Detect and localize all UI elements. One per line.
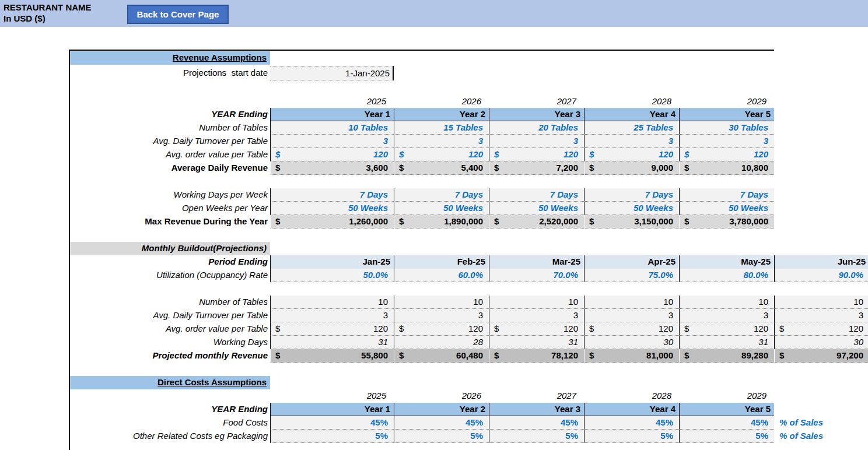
- number-of-tables-cell[interactable]: 15 Tables: [394, 121, 489, 135]
- order-value-cell[interactable]: $120: [270, 148, 394, 161]
- utilization-rate-cell[interactable]: 70.0%: [489, 269, 584, 282]
- period-header-cell[interactable]: Apr-25: [584, 255, 679, 269]
- other-costs-cell[interactable]: 5%: [584, 430, 679, 443]
- number-of-tables-cell[interactable]: 20 Tables: [489, 121, 584, 135]
- monthly-daily-turnover-cell[interactable]: 3: [774, 309, 868, 322]
- year-label-cell[interactable]: 2028: [584, 389, 679, 403]
- period-header-cell[interactable]: Jan-25: [270, 255, 394, 269]
- number-of-tables-cell[interactable]: 30 Tables: [679, 121, 774, 135]
- food-costs-cell[interactable]: 45%: [584, 416, 679, 430]
- max-revenue-cell[interactable]: $2,520,000: [489, 215, 584, 228]
- other-costs-cell[interactable]: 5%: [489, 430, 584, 443]
- open-weeks-per-year-cell[interactable]: 50 Weeks: [584, 202, 679, 215]
- year-header-cell[interactable]: Year 4: [584, 403, 679, 416]
- monthly-order-value-cell[interactable]: $120: [489, 322, 584, 336]
- other-costs-cell[interactable]: 5%: [270, 430, 394, 443]
- year-label-cell[interactable]: 2028: [584, 95, 679, 108]
- number-of-tables-cell[interactable]: 10 Tables: [270, 121, 394, 135]
- monthly-number-of-tables-cell[interactable]: 10: [489, 296, 584, 309]
- year-header-cell[interactable]: Year 3: [489, 108, 584, 121]
- projected-monthly-revenue-cell[interactable]: $89,280: [679, 349, 774, 363]
- average-daily-revenue-cell[interactable]: $5,400: [394, 161, 489, 175]
- monthly-number-of-tables-cell[interactable]: 10: [584, 296, 679, 309]
- average-daily-revenue-cell[interactable]: $10,800: [679, 161, 774, 175]
- monthly-number-of-tables-cell[interactable]: 10: [270, 296, 394, 309]
- projected-monthly-revenue-cell[interactable]: $81,000: [584, 349, 679, 363]
- year-header-cell[interactable]: Year 5: [679, 403, 774, 416]
- monthly-order-value-cell[interactable]: $120: [394, 322, 489, 336]
- year-header-cell[interactable]: Year 5: [679, 108, 774, 121]
- average-daily-revenue-cell[interactable]: $9,000: [584, 161, 679, 175]
- working-days-cell[interactable]: 31: [270, 336, 394, 349]
- max-revenue-cell[interactable]: $3,150,000: [584, 215, 679, 228]
- year-header-cell[interactable]: Year 4: [584, 108, 679, 121]
- other-costs-cell[interactable]: 5%: [679, 430, 774, 443]
- projected-monthly-revenue-cell[interactable]: $60,480: [394, 349, 489, 363]
- period-header-cell[interactable]: Jun-25: [774, 255, 868, 269]
- period-header-cell[interactable]: Feb-25: [394, 255, 489, 269]
- period-header-cell[interactable]: May-25: [679, 255, 774, 269]
- year-label-cell[interactable]: 2025: [270, 389, 394, 403]
- back-to-cover-button[interactable]: Back to Cover Page: [127, 5, 229, 24]
- utilization-rate-cell[interactable]: 50.0%: [270, 269, 394, 282]
- order-value-cell[interactable]: $120: [679, 148, 774, 161]
- daily-turnover-cell[interactable]: 3: [679, 135, 774, 148]
- open-weeks-per-year-cell[interactable]: 50 Weeks: [270, 202, 394, 215]
- year-label-cell[interactable]: 2027: [489, 95, 584, 108]
- year-label-cell[interactable]: 2026: [394, 389, 489, 403]
- year-header-cell[interactable]: Year 2: [394, 403, 489, 416]
- projections-start-date-cell[interactable]: 1-Jan-2025: [270, 66, 394, 80]
- open-weeks-per-year-cell[interactable]: 50 Weeks: [394, 202, 489, 215]
- order-value-cell[interactable]: $120: [394, 148, 489, 161]
- utilization-rate-cell[interactable]: 60.0%: [394, 269, 489, 282]
- projected-monthly-revenue-cell[interactable]: $78,120: [489, 349, 584, 363]
- max-revenue-cell[interactable]: $3,780,000: [679, 215, 774, 228]
- working-days-cell[interactable]: 31: [489, 336, 584, 349]
- year-header-cell[interactable]: Year 3: [489, 403, 584, 416]
- working-days-per-week-cell[interactable]: 7 Days: [679, 188, 774, 202]
- monthly-number-of-tables-cell[interactable]: 10: [679, 296, 774, 309]
- monthly-order-value-cell[interactable]: $120: [679, 322, 774, 336]
- monthly-order-value-cell[interactable]: $120: [270, 322, 394, 336]
- food-costs-cell[interactable]: 45%: [489, 416, 584, 430]
- projected-monthly-revenue-cell[interactable]: $55,800: [270, 349, 394, 363]
- monthly-number-of-tables-cell[interactable]: 10: [394, 296, 489, 309]
- max-revenue-cell[interactable]: $1,890,000: [394, 215, 489, 228]
- year-label-cell[interactable]: 2029: [679, 95, 774, 108]
- working-days-cell[interactable]: 28: [394, 336, 489, 349]
- year-label-cell[interactable]: 2027: [489, 389, 584, 403]
- working-days-cell[interactable]: 31: [679, 336, 774, 349]
- projected-monthly-revenue-cell[interactable]: $97,200: [774, 349, 868, 363]
- utilization-rate-cell[interactable]: 90.0%: [774, 269, 868, 282]
- average-daily-revenue-cell[interactable]: $7,200: [489, 161, 584, 175]
- max-revenue-cell[interactable]: $1,260,000: [270, 215, 394, 228]
- working-days-per-week-cell[interactable]: 7 Days: [270, 188, 394, 202]
- number-of-tables-cell[interactable]: 25 Tables: [584, 121, 679, 135]
- working-days-per-week-cell[interactable]: 7 Days: [489, 188, 584, 202]
- open-weeks-per-year-cell[interactable]: 50 Weeks: [489, 202, 584, 215]
- year-header-cell[interactable]: Year 2: [394, 108, 489, 121]
- order-value-cell[interactable]: $120: [584, 148, 679, 161]
- monthly-daily-turnover-cell[interactable]: 3: [270, 309, 394, 322]
- working-days-per-week-cell[interactable]: 7 Days: [394, 188, 489, 202]
- monthly-order-value-cell[interactable]: $120: [774, 322, 868, 336]
- food-costs-cell[interactable]: 45%: [270, 416, 394, 430]
- working-days-cell[interactable]: 30: [584, 336, 679, 349]
- daily-turnover-cell[interactable]: 3: [584, 135, 679, 148]
- daily-turnover-cell[interactable]: 3: [270, 135, 394, 148]
- monthly-order-value-cell[interactable]: $120: [584, 322, 679, 336]
- year-header-cell[interactable]: Year 1: [270, 108, 394, 121]
- working-days-cell[interactable]: 30: [774, 336, 868, 349]
- year-label-cell[interactable]: 2026: [394, 95, 489, 108]
- food-costs-cell[interactable]: 45%: [679, 416, 774, 430]
- order-value-cell[interactable]: $120: [489, 148, 584, 161]
- working-days-per-week-cell[interactable]: 7 Days: [584, 188, 679, 202]
- monthly-number-of-tables-cell[interactable]: 10: [774, 296, 868, 309]
- other-costs-cell[interactable]: 5%: [394, 430, 489, 443]
- daily-turnover-cell[interactable]: 3: [394, 135, 489, 148]
- monthly-daily-turnover-cell[interactable]: 3: [489, 309, 584, 322]
- monthly-daily-turnover-cell[interactable]: 3: [679, 309, 774, 322]
- utilization-rate-cell[interactable]: 80.0%: [679, 269, 774, 282]
- monthly-daily-turnover-cell[interactable]: 3: [584, 309, 679, 322]
- average-daily-revenue-cell[interactable]: $3,600: [270, 161, 394, 175]
